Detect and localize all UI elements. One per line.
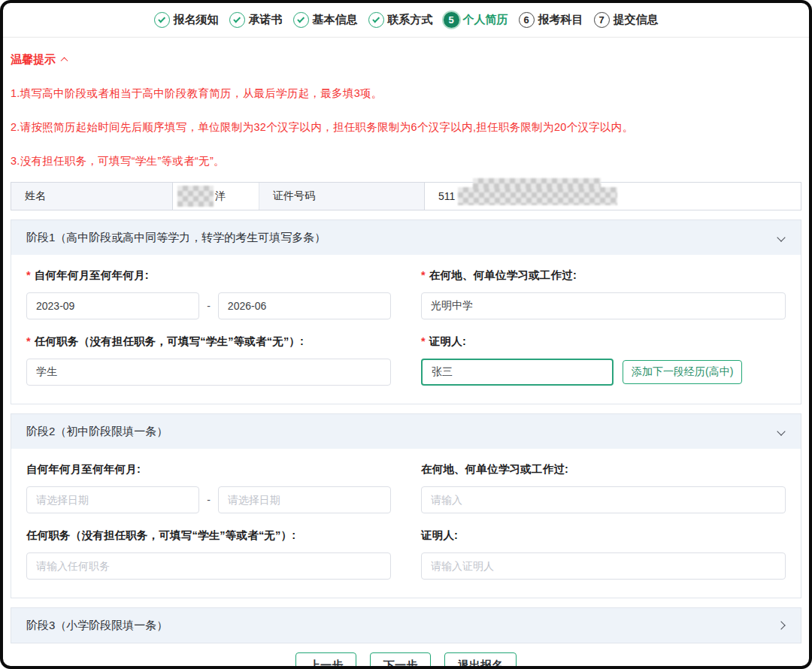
stage1-duty-field: *任何职务（没有担任职务，可填写“学生”等或者“无”）:	[26, 334, 391, 386]
id-visible-text: 511	[438, 190, 455, 202]
stage1-witness-input[interactable]	[421, 359, 614, 386]
check-circle-icon	[229, 12, 245, 28]
stage1-period-to-input[interactable]	[218, 292, 391, 319]
check-circle-icon	[154, 12, 170, 28]
check-icon	[297, 15, 304, 23]
chevron-down-icon	[777, 233, 785, 241]
stage3-header[interactable]: 阶段3（小学阶段限填一条）	[11, 608, 801, 643]
id-number-label: 证件号码	[259, 183, 425, 210]
warm-notice-title[interactable]: 温馨提示	[11, 53, 800, 67]
exit-registration-button[interactable]: 退出报名	[444, 652, 517, 669]
add-next-experience-button[interactable]: 添加下一段经历(高中)	[623, 360, 742, 384]
step-number-badge: 6	[519, 12, 535, 28]
name-visible-text: 洋	[215, 189, 226, 203]
redacted-id-blur	[458, 187, 617, 205]
step-number-badge: 7	[594, 12, 610, 28]
notice-line-1: 1.填写高中阶段或者相当于高中阶段教育简历，从最后学历起，最多填3项。	[11, 86, 800, 101]
stage3-title: 阶段3（小学阶段限填一条）	[26, 619, 168, 633]
required-asterisk: *	[421, 335, 426, 347]
stage2-header[interactable]: 阶段2（初中阶段限填一条）	[11, 414, 801, 449]
step-basic-info[interactable]: 基本信息	[293, 12, 358, 28]
check-icon	[372, 15, 380, 23]
stage2-witness-input[interactable]	[421, 552, 786, 580]
witness-label: 证明人:	[421, 528, 786, 543]
date-separator: -	[207, 300, 211, 312]
step-label: 报名须知	[174, 13, 219, 27]
warm-notice: 温馨提示 1.填写高中阶段或者相当于高中阶段教育简历，从最后学历起，最多填3项。…	[3, 38, 809, 179]
chevron-down-icon	[777, 427, 785, 435]
check-icon	[158, 15, 165, 23]
stage1-period-from-input[interactable]	[26, 292, 199, 319]
duty-label: 任何职务（没有担任职务，可填写“学生”等或者“无”）:	[26, 528, 391, 543]
step-resume-current[interactable]: 5 个人简历	[444, 12, 508, 28]
stage1-body: *自何年何月至何年何月: - *在何地、何单位学习或工作过: *任何职务（没有担…	[11, 255, 801, 404]
duty-label: *任何职务（没有担任职务，可填写“学生”等或者“无”）:	[26, 334, 391, 349]
chevron-up-icon	[61, 57, 68, 65]
required-asterisk: *	[26, 269, 31, 281]
registration-window: 报名须知 承诺书 基本信息 联系方式 5 个人简历 6 报考科目 7 提交信息	[0, 0, 812, 669]
witness-label: *证明人:	[421, 334, 786, 349]
stage1-place-field: *在何地、何单位学习或工作过:	[421, 268, 786, 319]
stage2-body: 自何年何月至何年何月: - 在何地、何单位学习或工作过: 任何职务（没有担任职务…	[11, 449, 801, 598]
step-contact[interactable]: 联系方式	[368, 12, 433, 28]
name-label: 姓名	[11, 183, 173, 210]
stage2-panel: 阶段2（初中阶段限填一条） 自何年何月至何年何月: - 在何地、何单位学习或工作…	[11, 413, 801, 598]
next-step-button[interactable]: 下一步	[370, 652, 431, 669]
stage1-place-input[interactable]	[421, 292, 786, 319]
stage2-duty-input[interactable]	[26, 552, 391, 580]
notice-line-3: 3.没有担任职务，可填写“学生”等或者“无”。	[11, 154, 800, 168]
step-commitment[interactable]: 承诺书	[229, 12, 283, 28]
witness-label-text: 证明人:	[429, 335, 466, 347]
step-label: 联系方式	[388, 13, 433, 27]
stage2-duty-field: 任何职务（没有担任职务，可填写“学生”等或者“无”）:	[26, 528, 391, 580]
identity-row: 姓名 洋 证件号码 511	[11, 182, 801, 210]
date-separator: -	[207, 494, 211, 506]
step-label: 个人简历	[463, 13, 508, 27]
stage2-witness-field: 证明人:	[421, 528, 786, 580]
check-circle-icon	[293, 12, 309, 28]
step-label: 提交信息	[614, 13, 659, 27]
step-submit[interactable]: 7 提交信息	[594, 12, 659, 28]
stage1-title: 阶段1（高中阶段或高中同等学力，转学的考生可填写多条）	[26, 231, 326, 245]
step-number-badge: 5	[444, 12, 459, 28]
place-label: 在何地、何单位学习或工作过:	[421, 462, 786, 477]
period-label: *自何年何月至何年何月:	[26, 268, 391, 283]
check-circle-icon	[368, 12, 384, 28]
notice-line-2: 2.请按照简历起始时间先后顺序填写，单位限制为32个汉字以内，担任职务限制为6个…	[11, 120, 800, 135]
id-number-value: 511	[425, 183, 801, 210]
stage2-title: 阶段2（初中阶段限填一条）	[26, 425, 168, 439]
step-label: 报考科目	[538, 13, 583, 27]
warm-notice-title-text: 温馨提示	[11, 53, 56, 67]
chevron-right-icon	[777, 621, 785, 629]
stage2-place-input[interactable]	[421, 486, 786, 513]
stage1-witness-field: *证明人: 添加下一段经历(高中)	[421, 334, 786, 386]
previous-step-button[interactable]: 上一步	[295, 652, 356, 669]
footer-actions: 上一步 下一步 退出报名	[3, 643, 809, 669]
step-label: 基本信息	[313, 13, 358, 27]
period-label-text: 自何年何月至何年何月:	[35, 269, 149, 281]
stage3-panel: 阶段3（小学阶段限填一条）	[11, 607, 801, 643]
stage2-period-to-input[interactable]	[218, 486, 391, 513]
stage1-duty-input[interactable]	[26, 359, 391, 386]
stage1-panel: 阶段1（高中阶段或高中同等学力，转学的考生可填写多条） *自何年何月至何年何月:…	[11, 219, 801, 404]
step-notice[interactable]: 报名须知	[154, 12, 219, 28]
name-value: 洋	[173, 183, 259, 210]
stage1-period-field: *自何年何月至何年何月: -	[26, 268, 391, 319]
check-icon	[233, 15, 241, 23]
required-asterisk: *	[26, 335, 31, 347]
step-navigation: 报名须知 承诺书 基本信息 联系方式 5 个人简历 6 报考科目 7 提交信息	[3, 3, 809, 38]
stage2-place-field: 在何地、何单位学习或工作过:	[421, 462, 786, 513]
stage2-period-from-input[interactable]	[26, 486, 199, 513]
redacted-name-blur	[177, 186, 214, 207]
stage2-period-field: 自何年何月至何年何月: -	[26, 462, 391, 513]
place-label-text: 在何地、何单位学习或工作过:	[429, 269, 577, 281]
required-asterisk: *	[421, 269, 426, 281]
step-subjects[interactable]: 6 报考科目	[519, 12, 583, 28]
step-label: 承诺书	[249, 13, 283, 27]
place-label: *在何地、何单位学习或工作过:	[421, 268, 786, 283]
period-label: 自何年何月至何年何月:	[26, 462, 391, 477]
duty-label-text: 任何职务（没有担任职务，可填写“学生”等或者“无”）:	[35, 335, 304, 347]
redacted-id-blur-secondary	[473, 178, 601, 189]
stage1-header[interactable]: 阶段1（高中阶段或高中同等学力，转学的考生可填写多条）	[11, 220, 801, 255]
